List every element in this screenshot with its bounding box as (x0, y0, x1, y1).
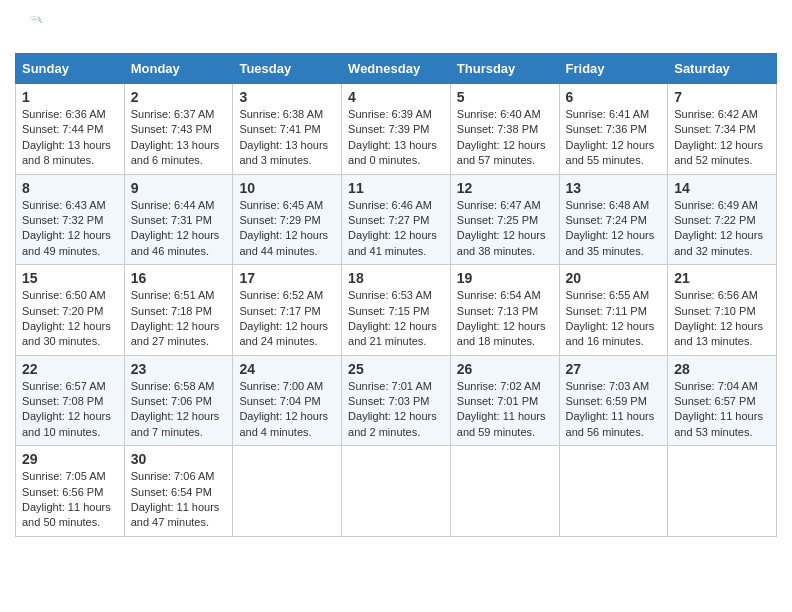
day-number: 26 (457, 361, 553, 377)
day-cell: 25Sunrise: 7:01 AMSunset: 7:03 PMDayligh… (342, 355, 451, 446)
day-cell: 16Sunrise: 6:51 AMSunset: 7:18 PMDayligh… (124, 265, 233, 356)
day-cell: 18Sunrise: 6:53 AMSunset: 7:15 PMDayligh… (342, 265, 451, 356)
day-number: 24 (239, 361, 335, 377)
day-detail: Sunrise: 6:55 AMSunset: 7:11 PMDaylight:… (566, 288, 662, 350)
day-cell: 22Sunrise: 6:57 AMSunset: 7:08 PMDayligh… (16, 355, 125, 446)
day-detail: Sunrise: 6:51 AMSunset: 7:18 PMDaylight:… (131, 288, 227, 350)
day-detail: Sunrise: 7:06 AMSunset: 6:54 PMDaylight:… (131, 469, 227, 531)
day-number: 8 (22, 180, 118, 196)
day-detail: Sunrise: 6:41 AMSunset: 7:36 PMDaylight:… (566, 107, 662, 169)
day-number: 2 (131, 89, 227, 105)
day-detail: Sunrise: 6:38 AMSunset: 7:41 PMDaylight:… (239, 107, 335, 169)
day-number: 10 (239, 180, 335, 196)
day-detail: Sunrise: 6:42 AMSunset: 7:34 PMDaylight:… (674, 107, 770, 169)
calendar-table: SundayMondayTuesdayWednesdayThursdayFrid… (15, 53, 777, 537)
day-number: 6 (566, 89, 662, 105)
day-cell: 30Sunrise: 7:06 AMSunset: 6:54 PMDayligh… (124, 446, 233, 537)
col-header-friday: Friday (559, 54, 668, 84)
week-row-1: 1Sunrise: 6:36 AMSunset: 7:44 PMDaylight… (16, 84, 777, 175)
day-cell: 1Sunrise: 6:36 AMSunset: 7:44 PMDaylight… (16, 84, 125, 175)
day-cell (342, 446, 451, 537)
day-cell: 17Sunrise: 6:52 AMSunset: 7:17 PMDayligh… (233, 265, 342, 356)
day-detail: Sunrise: 6:46 AMSunset: 7:27 PMDaylight:… (348, 198, 444, 260)
day-number: 29 (22, 451, 118, 467)
day-number: 14 (674, 180, 770, 196)
day-number: 18 (348, 270, 444, 286)
day-detail: Sunrise: 6:58 AMSunset: 7:06 PMDaylight:… (131, 379, 227, 441)
day-detail: Sunrise: 7:01 AMSunset: 7:03 PMDaylight:… (348, 379, 444, 441)
day-cell: 20Sunrise: 6:55 AMSunset: 7:11 PMDayligh… (559, 265, 668, 356)
day-detail: Sunrise: 6:44 AMSunset: 7:31 PMDaylight:… (131, 198, 227, 260)
day-cell: 13Sunrise: 6:48 AMSunset: 7:24 PMDayligh… (559, 174, 668, 265)
day-cell: 26Sunrise: 7:02 AMSunset: 7:01 PMDayligh… (450, 355, 559, 446)
day-cell: 11Sunrise: 6:46 AMSunset: 7:27 PMDayligh… (342, 174, 451, 265)
logo (15, 15, 47, 43)
day-detail: Sunrise: 6:48 AMSunset: 7:24 PMDaylight:… (566, 198, 662, 260)
day-cell: 28Sunrise: 7:04 AMSunset: 6:57 PMDayligh… (668, 355, 777, 446)
day-cell: 29Sunrise: 7:05 AMSunset: 6:56 PMDayligh… (16, 446, 125, 537)
day-detail: Sunrise: 6:57 AMSunset: 7:08 PMDaylight:… (22, 379, 118, 441)
page-header (15, 15, 777, 43)
day-number: 20 (566, 270, 662, 286)
day-cell: 24Sunrise: 7:00 AMSunset: 7:04 PMDayligh… (233, 355, 342, 446)
day-cell: 7Sunrise: 6:42 AMSunset: 7:34 PMDaylight… (668, 84, 777, 175)
col-header-tuesday: Tuesday (233, 54, 342, 84)
col-header-wednesday: Wednesday (342, 54, 451, 84)
day-number: 13 (566, 180, 662, 196)
week-row-5: 29Sunrise: 7:05 AMSunset: 6:56 PMDayligh… (16, 446, 777, 537)
day-number: 27 (566, 361, 662, 377)
week-row-3: 15Sunrise: 6:50 AMSunset: 7:20 PMDayligh… (16, 265, 777, 356)
day-detail: Sunrise: 6:43 AMSunset: 7:32 PMDaylight:… (22, 198, 118, 260)
day-number: 3 (239, 89, 335, 105)
day-number: 12 (457, 180, 553, 196)
day-detail: Sunrise: 6:50 AMSunset: 7:20 PMDaylight:… (22, 288, 118, 350)
day-number: 21 (674, 270, 770, 286)
day-cell (559, 446, 668, 537)
day-number: 19 (457, 270, 553, 286)
day-detail: Sunrise: 6:40 AMSunset: 7:38 PMDaylight:… (457, 107, 553, 169)
day-number: 11 (348, 180, 444, 196)
day-detail: Sunrise: 7:00 AMSunset: 7:04 PMDaylight:… (239, 379, 335, 441)
day-cell: 10Sunrise: 6:45 AMSunset: 7:29 PMDayligh… (233, 174, 342, 265)
day-detail: Sunrise: 7:02 AMSunset: 7:01 PMDaylight:… (457, 379, 553, 441)
day-number: 4 (348, 89, 444, 105)
day-number: 1 (22, 89, 118, 105)
day-cell: 4Sunrise: 6:39 AMSunset: 7:39 PMDaylight… (342, 84, 451, 175)
day-cell: 9Sunrise: 6:44 AMSunset: 7:31 PMDaylight… (124, 174, 233, 265)
col-header-thursday: Thursday (450, 54, 559, 84)
day-number: 5 (457, 89, 553, 105)
week-row-2: 8Sunrise: 6:43 AMSunset: 7:32 PMDaylight… (16, 174, 777, 265)
day-detail: Sunrise: 7:03 AMSunset: 6:59 PMDaylight:… (566, 379, 662, 441)
day-detail: Sunrise: 6:39 AMSunset: 7:39 PMDaylight:… (348, 107, 444, 169)
day-number: 15 (22, 270, 118, 286)
day-cell: 27Sunrise: 7:03 AMSunset: 6:59 PMDayligh… (559, 355, 668, 446)
day-detail: Sunrise: 6:49 AMSunset: 7:22 PMDaylight:… (674, 198, 770, 260)
day-cell: 12Sunrise: 6:47 AMSunset: 7:25 PMDayligh… (450, 174, 559, 265)
day-cell: 21Sunrise: 6:56 AMSunset: 7:10 PMDayligh… (668, 265, 777, 356)
day-detail: Sunrise: 7:05 AMSunset: 6:56 PMDaylight:… (22, 469, 118, 531)
day-cell: 8Sunrise: 6:43 AMSunset: 7:32 PMDaylight… (16, 174, 125, 265)
day-detail: Sunrise: 7:04 AMSunset: 6:57 PMDaylight:… (674, 379, 770, 441)
day-cell: 14Sunrise: 6:49 AMSunset: 7:22 PMDayligh… (668, 174, 777, 265)
day-detail: Sunrise: 6:54 AMSunset: 7:13 PMDaylight:… (457, 288, 553, 350)
day-number: 22 (22, 361, 118, 377)
day-cell: 23Sunrise: 6:58 AMSunset: 7:06 PMDayligh… (124, 355, 233, 446)
col-header-sunday: Sunday (16, 54, 125, 84)
week-row-4: 22Sunrise: 6:57 AMSunset: 7:08 PMDayligh… (16, 355, 777, 446)
day-number: 28 (674, 361, 770, 377)
day-cell: 2Sunrise: 6:37 AMSunset: 7:43 PMDaylight… (124, 84, 233, 175)
day-number: 7 (674, 89, 770, 105)
day-detail: Sunrise: 6:47 AMSunset: 7:25 PMDaylight:… (457, 198, 553, 260)
day-detail: Sunrise: 6:45 AMSunset: 7:29 PMDaylight:… (239, 198, 335, 260)
day-cell: 3Sunrise: 6:38 AMSunset: 7:41 PMDaylight… (233, 84, 342, 175)
day-detail: Sunrise: 6:37 AMSunset: 7:43 PMDaylight:… (131, 107, 227, 169)
day-detail: Sunrise: 6:56 AMSunset: 7:10 PMDaylight:… (674, 288, 770, 350)
day-cell: 19Sunrise: 6:54 AMSunset: 7:13 PMDayligh… (450, 265, 559, 356)
day-cell: 15Sunrise: 6:50 AMSunset: 7:20 PMDayligh… (16, 265, 125, 356)
col-header-saturday: Saturday (668, 54, 777, 84)
day-detail: Sunrise: 6:53 AMSunset: 7:15 PMDaylight:… (348, 288, 444, 350)
day-cell: 5Sunrise: 6:40 AMSunset: 7:38 PMDaylight… (450, 84, 559, 175)
day-number: 9 (131, 180, 227, 196)
day-cell (450, 446, 559, 537)
day-cell (668, 446, 777, 537)
